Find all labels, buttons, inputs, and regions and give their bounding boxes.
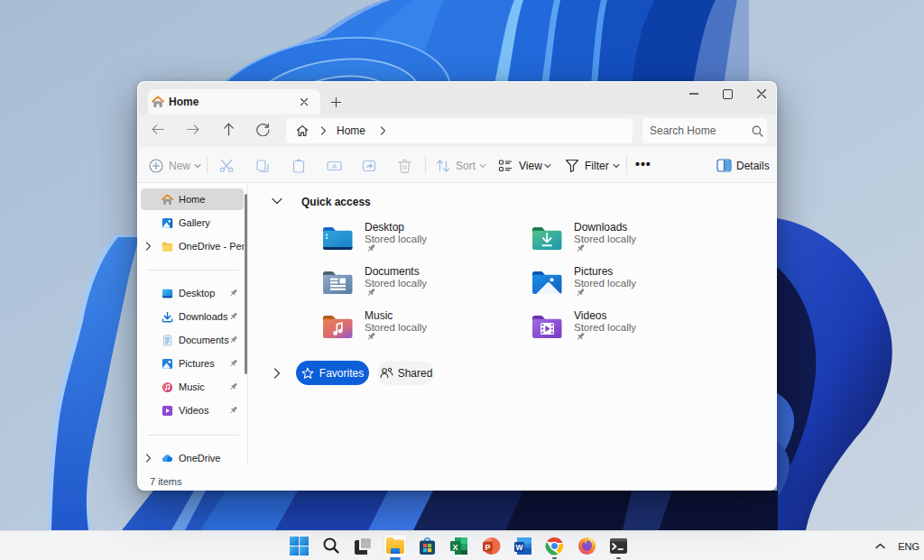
svg-text:P: P — [485, 542, 490, 551]
svg-text:W: W — [515, 543, 523, 552]
svg-text:X: X — [452, 542, 457, 551]
